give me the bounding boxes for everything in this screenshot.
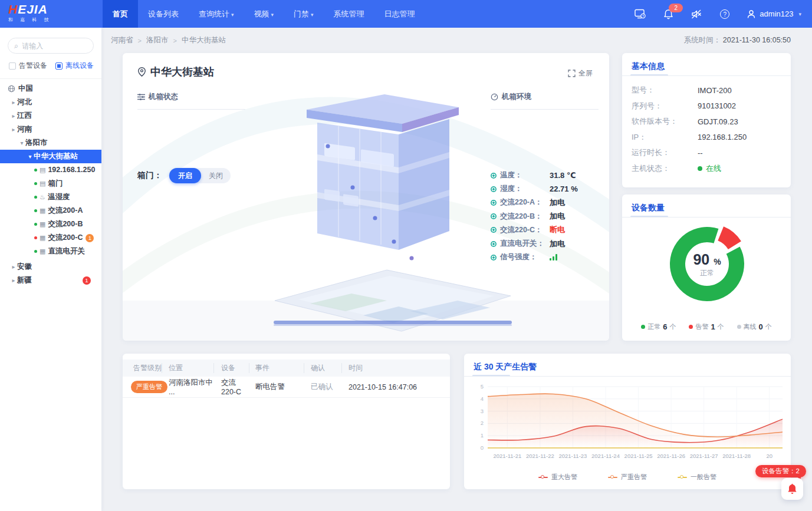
signal-strength-icon — [550, 254, 557, 261]
divider — [622, 217, 791, 217]
door-label: 箱门： — [137, 170, 162, 181]
tree-node-ac200-b[interactable]: ▦交流200-B — [0, 217, 101, 231]
env-row-humidity: 湿度：22.71 % — [491, 182, 603, 196]
host-icon: ▤ — [40, 163, 45, 177]
tree-node-jiangxi[interactable]: ▸江西 — [0, 109, 101, 123]
tree-node-xinjiang[interactable]: ▸新疆1 — [0, 273, 101, 287]
alarm-bell-button[interactable] — [781, 478, 803, 500]
tree-node-hebei[interactable]: ▸河北 — [0, 95, 101, 109]
tree-node-henan[interactable]: ▸河南 — [0, 123, 101, 136]
fullscreen-button[interactable]: 全屏 — [568, 68, 593, 78]
col-event: 事件 — [249, 363, 304, 373]
legend-alarm: 告警1个 — [689, 322, 724, 331]
tree-node-ac200-c[interactable]: ▦交流200-C1 — [0, 231, 101, 245]
info-row-host-status: 主机状态：在线 — [632, 161, 781, 177]
door-toggle[interactable]: 开启 关闭 — [169, 168, 231, 183]
alarm-table-row[interactable]: 严重告警 河南洛阳市中 ... 交流 220-C 断电告警 已确认 2021-1… — [123, 377, 450, 398]
filter-alarm-devices[interactable]: 告警设备 — [9, 61, 47, 71]
tree-node-station-selected[interactable]: ▾中华大街基站 — [0, 150, 101, 163]
bullet-icon — [491, 227, 497, 233]
alarm-table-header: 告警级别 位置 设备 事件 确认 时间 — [123, 360, 450, 377]
menu-item-query-stats[interactable]: 查询统计▾ — [189, 0, 244, 28]
legend-severe-alarm[interactable]: 严重告警 — [608, 473, 647, 482]
tree-node-host-ip[interactable]: ▤192.168.1.250 — [0, 163, 101, 177]
region-device-tree: 中国 ▸河北 ▸江西 ▸河南 ▾洛阳市 ▾中华大街基站 ▤192.168.1.2… — [0, 82, 101, 287]
breadcrumb-province[interactable]: 河南省 — [111, 35, 133, 45]
col-device: 设备 — [213, 363, 249, 373]
checkbox-unchecked[interactable] — [9, 62, 16, 70]
breadcrumb-station[interactable]: 中华大街基站 — [182, 35, 226, 45]
legend-dot — [641, 325, 645, 329]
divider — [137, 109, 245, 110]
legend-dot — [737, 325, 741, 329]
svg-text:5: 5 — [481, 383, 484, 390]
environment-readings: 温度：31.8 ℃ 湿度：22.71 % 交流220-A：加电 交流220-B：… — [491, 169, 603, 264]
sidebar-search[interactable]: ⌕ — [8, 38, 94, 54]
tree-node-ac200-a[interactable]: ▦交流200-A — [0, 204, 101, 217]
menu-item-home[interactable]: 首页 — [103, 0, 138, 28]
toggle-off-option[interactable]: 关闭 — [201, 171, 231, 181]
tree-node-luoyang[interactable]: ▾洛阳市 — [0, 136, 101, 150]
tree-node-china[interactable]: 中国 — [0, 82, 101, 95]
info-row-uptime: 运行时长：-- — [632, 145, 781, 161]
thermometer-icon: ♨ — [40, 190, 45, 204]
legend-major-alarm[interactable]: 重大告警 — [538, 473, 577, 482]
checkbox-checked[interactable] — [55, 62, 63, 70]
door-icon: ▤ — [40, 177, 45, 190]
svg-text:2: 2 — [481, 420, 484, 426]
chevron-down-icon: ▾ — [231, 12, 234, 18]
donut-legend: 正常6个 告警1个 离线0个 — [622, 322, 791, 331]
svg-text:2021-11-23: 2021-11-23 — [558, 453, 587, 459]
search-input[interactable] — [22, 42, 81, 50]
meter-icon: ▦ — [40, 217, 45, 231]
bullet-icon — [491, 241, 497, 247]
filter-offline-devices[interactable]: 离线设备 — [55, 61, 94, 71]
tree-node-dc-switch[interactable]: ▦直流电开关 — [0, 245, 101, 258]
env-row-ac220-a: 交流220-A：加电 — [491, 196, 603, 209]
menu-item-video[interactable]: 视频▾ — [244, 0, 284, 28]
tree-node-temp-humidity[interactable]: ♨温湿度 — [0, 190, 101, 204]
col-level: 告警级别 — [123, 363, 162, 373]
bullet-icon — [491, 200, 497, 206]
menu-item-system[interactable]: 系统管理 — [324, 0, 374, 28]
env-row-ac220-b: 交流220-B：加电 — [491, 210, 603, 223]
chevron-down-icon: ▾ — [798, 11, 801, 17]
help-icon[interactable]: ? — [718, 8, 731, 21]
menu-item-logs[interactable]: 日志管理 — [374, 0, 425, 28]
alarm-line-chart: 0123452021-11-212021-11-222021-11-232021… — [469, 381, 787, 468]
logo-text: HEJIA — [8, 3, 97, 16]
col-time: 时间 — [341, 363, 442, 373]
tree-node-door[interactable]: ▤箱门 — [0, 177, 101, 190]
device-tree-sidebar: ⌕ 告警设备 离线设备 中国 ▸河北 ▸江西 ▸河南 ▾洛阳市 ▾中华大街基站 — [0, 28, 101, 511]
basic-info-rows: 型号：IMOT-200 序列号：910131002 软件版本号：GDJT.09.… — [632, 83, 781, 176]
monitor-icon[interactable] — [633, 8, 646, 21]
mute-icon[interactable] — [690, 8, 703, 21]
status-dot-online — [34, 169, 37, 172]
env-row-ac220-c: 交流220-C：断电 — [491, 223, 603, 237]
cabinet-status-header: 机箱状态 — [137, 92, 178, 102]
cell-event: 断电告警 — [249, 382, 304, 392]
navbar-actions: 2 ? admin123 ▾ — [633, 0, 801, 28]
chevron-down-icon: ▾ — [271, 12, 274, 18]
menu-item-access[interactable]: 门禁▾ — [284, 0, 324, 28]
svg-text:1: 1 — [481, 432, 484, 439]
chevron-right-icon: ▸ — [10, 260, 17, 273]
legend-general-alarm[interactable]: 一般告警 — [678, 473, 716, 482]
gauge-icon — [491, 93, 498, 101]
env-row-temperature: 温度：31.8 ℃ — [491, 169, 603, 182]
menu-item-device-list[interactable]: 设备列表 — [138, 0, 189, 28]
station-title: 中华大街基站 — [150, 65, 214, 79]
tree-node-anhui[interactable]: ▸安徽 — [0, 260, 101, 273]
user-menu[interactable]: admin123 ▾ — [747, 9, 801, 19]
breadcrumb-city[interactable]: 洛阳市 — [146, 35, 169, 45]
svg-text:3: 3 — [481, 408, 484, 414]
sidebar-filters: 告警设备 离线设备 — [9, 61, 94, 71]
notification-bell-icon[interactable]: 2 — [662, 8, 675, 21]
svg-text:0: 0 — [481, 444, 484, 451]
status-dot-online — [34, 196, 37, 199]
toggle-on-option[interactable]: 开启 — [169, 168, 201, 183]
svg-text:2021-11-21: 2021-11-21 — [493, 453, 521, 459]
device-alarm-toast[interactable]: 设备告警：2 — [755, 465, 806, 477]
status-dot-online — [34, 182, 37, 185]
main-menu: 首页 设备列表 查询统计▾ 视频▾ 门禁▾ 系统管理 日志管理 — [103, 0, 425, 28]
